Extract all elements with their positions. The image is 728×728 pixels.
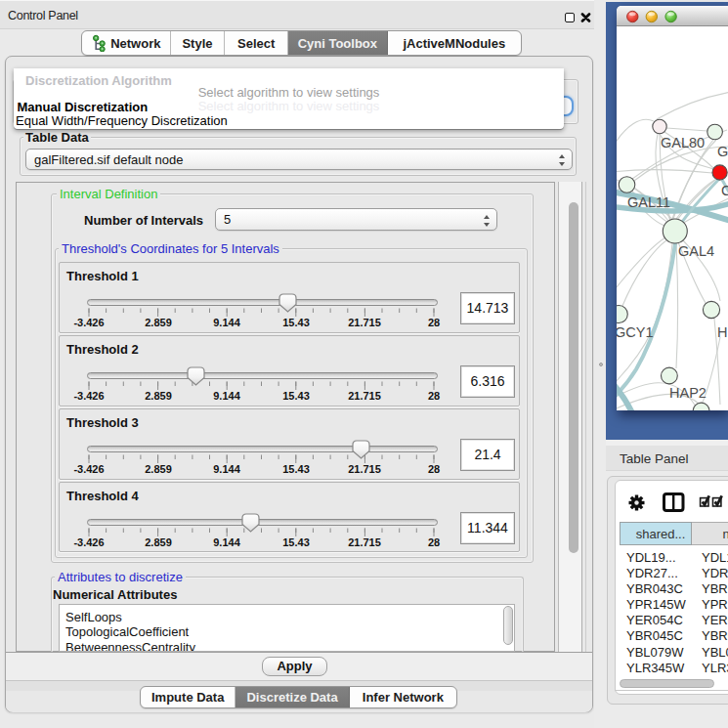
- svg-text:GAL80: GAL80: [661, 135, 705, 150]
- svg-text:GAL4: GAL4: [678, 243, 714, 259]
- svg-text:GA: GA: [717, 144, 728, 159]
- svg-text:GAL11: GAL11: [627, 194, 670, 210]
- svg-text:C: C: [721, 183, 728, 198]
- svg-text:H: H: [717, 324, 727, 340]
- svg-text:GCY1: GCY1: [617, 324, 654, 340]
- svg-text:HAP2: HAP2: [669, 385, 707, 401]
